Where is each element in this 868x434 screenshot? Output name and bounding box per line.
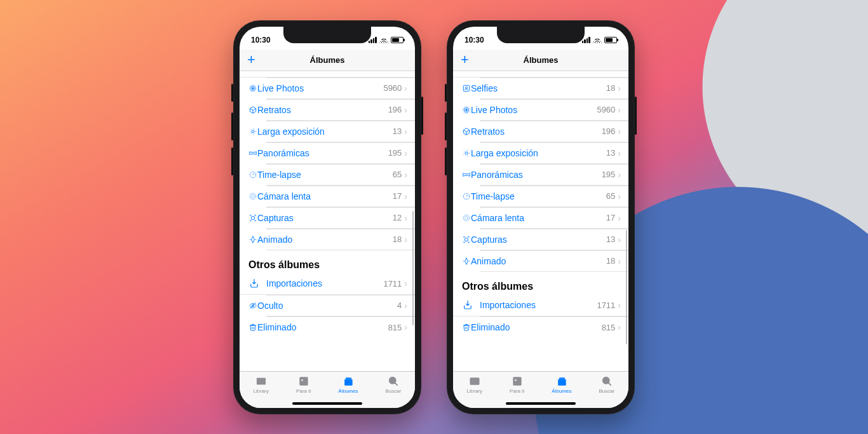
album-row-screen[interactable]: Capturas 12 › xyxy=(266,207,415,229)
tab-albums[interactable]: Álbumes xyxy=(552,375,571,394)
album-row-animated[interactable]: Animado 18 › xyxy=(480,250,628,272)
album-row-clipped[interactable] xyxy=(453,71,628,78)
nav-bar: + Álbumes xyxy=(453,50,628,71)
svg-point-7 xyxy=(250,193,255,199)
album-row-pano[interactable]: Panorámicas 195 › xyxy=(266,142,415,164)
chevron-right-icon: › xyxy=(618,105,621,115)
album-row-longexp[interactable]: Larga exposición 13 › xyxy=(480,142,628,164)
album-row-live[interactable]: Live Photos 5960 › xyxy=(480,99,628,121)
album-row-import[interactable]: Importaciones 1711 › xyxy=(240,273,415,295)
svg-point-26 xyxy=(464,150,469,155)
chevron-right-icon: › xyxy=(618,191,621,201)
album-label: Capturas xyxy=(257,213,393,223)
album-list[interactable]: Selfies 18 › Live Photos 5960 › Retratos… xyxy=(453,71,628,371)
chevron-right-icon: › xyxy=(618,322,621,332)
album-row-clipped[interactable] xyxy=(240,71,415,78)
svg-rect-17 xyxy=(346,377,351,379)
svg-rect-32 xyxy=(470,377,479,385)
nav-title: Álbumes xyxy=(524,55,559,65)
album-row-pano[interactable]: Panorámicas 195 › xyxy=(480,164,628,186)
album-row-screen[interactable]: Capturas 13 › xyxy=(480,229,628,250)
album-count: 5960 xyxy=(383,83,402,93)
album-row-longexp[interactable]: Larga exposición 13 › xyxy=(266,121,415,142)
chevron-right-icon: › xyxy=(618,256,621,266)
svg-rect-14 xyxy=(299,377,308,385)
album-label: Oculto xyxy=(257,301,397,311)
album-count: 1711 xyxy=(597,301,615,310)
notch xyxy=(283,27,371,43)
timelapse-icon xyxy=(240,169,257,180)
album-count: 815 xyxy=(602,323,616,332)
album-count: 195 xyxy=(602,170,616,179)
tab-library[interactable]: Library xyxy=(467,375,482,394)
chevron-right-icon: › xyxy=(618,126,621,137)
album-label: Panorámicas xyxy=(257,148,388,158)
svg-point-34 xyxy=(515,379,517,381)
album-row-portrait[interactable]: Retratos 196 › xyxy=(480,121,628,142)
timelapse-icon xyxy=(453,191,471,202)
animated-icon xyxy=(453,255,471,267)
chevron-right-icon: › xyxy=(404,234,407,245)
screen-icon xyxy=(240,212,257,224)
live-icon xyxy=(240,83,257,94)
album-row-animated[interactable]: Animado 18 › xyxy=(266,229,415,250)
album-label: Eliminado xyxy=(257,322,388,332)
chevron-right-icon: › xyxy=(618,83,621,93)
album-count: 815 xyxy=(388,323,402,332)
svg-point-18 xyxy=(390,377,396,383)
trash-icon xyxy=(453,322,471,333)
chevron-right-icon: › xyxy=(404,278,407,288)
album-count: 195 xyxy=(388,148,402,158)
home-indicator[interactable] xyxy=(506,402,576,405)
svg-rect-16 xyxy=(344,379,353,385)
album-count: 13 xyxy=(393,126,402,136)
album-row-selfie[interactable]: Selfies 18 › xyxy=(480,78,628,99)
album-row-trash[interactable]: Eliminado 815 › xyxy=(266,316,415,338)
phone-right: 10:30➤ + Álbumes Selfies 18 › Live Photo… xyxy=(447,20,635,414)
album-count: 4 xyxy=(397,301,402,310)
album-label: Panorámicas xyxy=(471,170,602,180)
album-row-trash[interactable]: Eliminado 815 › xyxy=(480,316,628,338)
tab-library[interactable]: Library xyxy=(254,375,269,394)
pano-icon xyxy=(240,147,257,159)
album-row-slomo[interactable]: Cámara lenta 17 › xyxy=(480,207,628,229)
tab-albums[interactable]: Álbumes xyxy=(338,375,358,394)
tab-for-you[interactable]: Para ti xyxy=(296,375,311,394)
animated-icon xyxy=(240,234,257,245)
album-row-slomo[interactable]: Cámara lenta 17 › xyxy=(266,186,415,207)
album-row-live[interactable]: Live Photos 5960 › xyxy=(266,78,415,99)
chevron-right-icon: › xyxy=(404,213,407,223)
album-label: Live Photos xyxy=(257,83,383,93)
album-row-hidden[interactable]: Oculto 4 › xyxy=(266,295,415,316)
album-list[interactable]: Live Photos 5960 › Retratos 196 › Larga … xyxy=(240,71,415,371)
add-button[interactable]: + xyxy=(247,53,255,67)
tab-search[interactable]: Buscar xyxy=(386,375,402,394)
album-row-import[interactable]: Importaciones 1711 › xyxy=(453,295,628,316)
portrait-icon xyxy=(453,126,471,137)
album-label: Selfies xyxy=(471,83,606,93)
tab-for-you[interactable]: Para ti xyxy=(510,375,524,394)
svg-point-25 xyxy=(465,151,468,154)
chevron-right-icon: › xyxy=(618,234,621,245)
home-indicator[interactable] xyxy=(292,402,362,405)
album-row-timelapse[interactable]: Time-lapse 65 › xyxy=(480,186,628,207)
svg-rect-9 xyxy=(252,216,255,219)
selfie-icon xyxy=(453,83,471,94)
album-count: 13 xyxy=(606,148,615,158)
album-label: Time-lapse xyxy=(257,170,393,180)
svg-rect-20 xyxy=(463,85,469,91)
slomo-icon xyxy=(453,212,471,224)
add-button[interactable]: + xyxy=(461,53,469,67)
screen-right: 10:30➤ + Álbumes Selfies 18 › Live Photo… xyxy=(453,27,628,408)
tab-search[interactable]: Buscar xyxy=(599,375,615,394)
chevron-right-icon: › xyxy=(404,126,407,137)
screen-icon xyxy=(453,234,471,245)
album-row-timelapse[interactable]: Time-lapse 65 › xyxy=(266,164,415,186)
album-label: Larga exposición xyxy=(257,126,393,137)
svg-rect-12 xyxy=(256,377,266,385)
album-count: 18 xyxy=(606,256,615,266)
album-row-portrait[interactable]: Retratos 196 › xyxy=(266,99,415,121)
chevron-right-icon: › xyxy=(404,83,407,93)
album-label: Animado xyxy=(471,256,606,266)
album-count: 5960 xyxy=(597,105,615,114)
